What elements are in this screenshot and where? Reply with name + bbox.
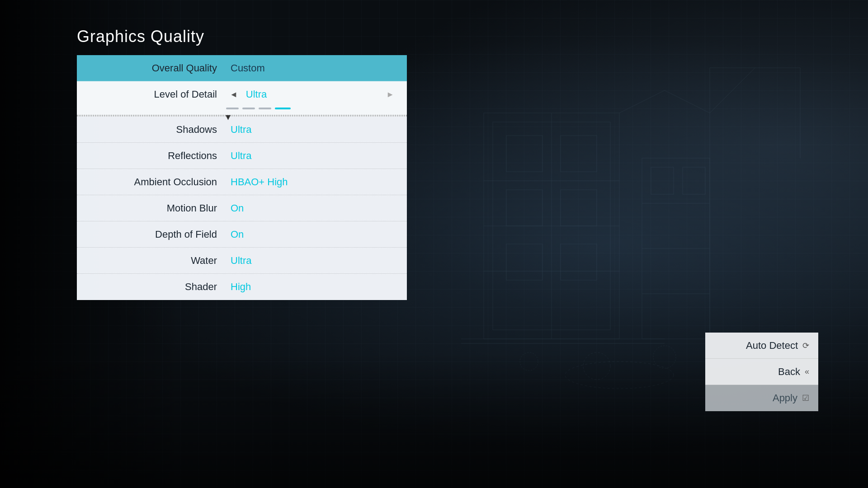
shadows-label: Shadows [77, 124, 226, 136]
slider-track [226, 108, 291, 109]
svg-rect-8 [506, 190, 542, 226]
lod-arrow-left[interactable]: ◄ [226, 90, 241, 99]
svg-rect-9 [561, 190, 597, 226]
slider-dot-2 [242, 108, 255, 109]
level-of-detail-label: Level of Detail [77, 89, 226, 100]
svg-rect-10 [506, 244, 542, 280]
motion-blur-label: Motion Blur [77, 202, 226, 214]
svg-rect-7 [561, 136, 597, 172]
apply-button[interactable]: Apply ☑ [705, 385, 818, 411]
level-of-detail-row[interactable]: Level of Detail ◄ Ultra ► ▾ [77, 81, 407, 117]
ambient-occlusion-value: HBAO+ High [226, 176, 288, 188]
auto-detect-button[interactable]: Auto Detect ⟳ [705, 333, 818, 359]
overall-quality-row[interactable]: Overall Quality Custom [77, 55, 407, 81]
ambient-occlusion-label: Ambient Occlusion [77, 176, 226, 188]
cursor-indicator: ▾ [226, 112, 231, 122]
back-button[interactable]: Back « [705, 359, 818, 385]
level-of-detail-value: Ultra [241, 89, 267, 100]
shadows-row[interactable]: Shadows Ultra [77, 117, 407, 143]
overall-quality-label: Overall Quality [77, 62, 226, 74]
reflections-label: Reflections [77, 150, 226, 162]
lod-arrow-right[interactable]: ► [382, 90, 398, 99]
water-value: Ultra [226, 255, 251, 267]
row-divider-lod: ▾ [77, 115, 407, 116]
water-label: Water [77, 255, 226, 267]
shadows-value: Ultra [226, 124, 251, 136]
depth-of-field-value: On [226, 229, 244, 240]
slider-dot-3 [259, 108, 271, 109]
slider-dot-1 [226, 108, 239, 109]
svg-rect-18 [651, 167, 674, 194]
depth-of-field-row[interactable]: Depth of Field On [77, 221, 407, 248]
back-label: Back [778, 366, 800, 378]
shader-value: High [226, 281, 251, 293]
reflections-row[interactable]: Reflections Ultra [77, 143, 407, 169]
water-row[interactable]: Water Ultra [77, 248, 407, 274]
lod-slider[interactable] [77, 108, 407, 115]
apply-label: Apply [773, 392, 797, 404]
motion-blur-row[interactable]: Motion Blur On [77, 195, 407, 221]
depth-of-field-label: Depth of Field [77, 229, 226, 240]
auto-detect-icon: ⟳ [802, 341, 809, 351]
auto-detect-label: Auto Detect [746, 340, 798, 352]
apply-icon: ☑ [802, 393, 809, 403]
slider-dot-4 [275, 108, 291, 109]
page-title: Graphics Quality [77, 27, 407, 46]
ambient-occlusion-row[interactable]: Ambient Occlusion HBAO+ High [77, 169, 407, 195]
back-icon: « [805, 367, 809, 376]
svg-rect-19 [683, 167, 705, 194]
settings-table: Overall Quality Custom Level of Detail ◄… [77, 55, 407, 300]
svg-rect-6 [506, 136, 542, 172]
svg-rect-11 [561, 244, 597, 280]
shader-row[interactable]: Shader High [77, 274, 407, 300]
shader-label: Shader [77, 281, 226, 293]
settings-panel: Graphics Quality Overall Quality Custom … [77, 27, 407, 300]
reflections-value: Ultra [226, 150, 251, 162]
overall-quality-value: Custom [226, 62, 265, 74]
svg-line-23 [710, 68, 755, 113]
action-buttons: Auto Detect ⟳ Back « Apply ☑ [705, 333, 818, 411]
motion-blur-value: On [226, 202, 244, 214]
